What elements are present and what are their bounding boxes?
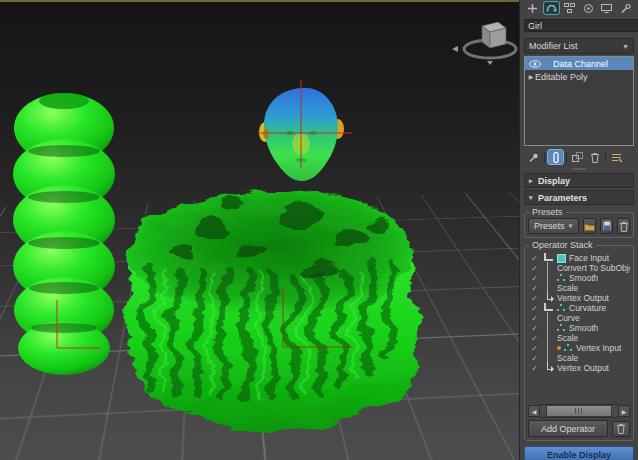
scrollbar-thumb[interactable] [546,405,612,417]
operator-row[interactable]: ✓Curvature [530,303,630,313]
modifier-label: Editable Poly [535,72,588,82]
check-icon[interactable]: ✓ [530,274,539,283]
check-icon[interactable]: ✓ [530,364,539,373]
plus-icon [527,3,538,14]
utilities-wrench-icon [620,3,631,14]
operator-row[interactable]: ✓Vertex Output [530,363,630,373]
check-icon[interactable]: ✓ [530,284,539,293]
delete-preset-button[interactable] [617,218,630,234]
operator-row[interactable]: ✓Curve [530,313,630,323]
connector-line-icon [543,263,554,273]
motion-wheel-icon [583,3,594,14]
trash-icon [616,423,626,434]
orange-dot-icon [557,346,561,350]
display-monitor-icon [601,3,612,14]
pin-stack-button[interactable] [526,150,541,164]
operator-row[interactable]: ✓Face Input [530,253,630,263]
operator-label: Scale [557,283,578,293]
operator-row[interactable]: ✓Vertex Input [530,343,630,353]
scrollbar-track[interactable] [540,404,618,418]
operator-row[interactable]: ✓Scale [530,333,630,343]
modifier-row-data-channel[interactable]: Data Channel [525,57,633,70]
subobject-dots-icon [557,304,566,312]
expand-arrow-icon[interactable]: ▶ [527,73,535,80]
operator-scrollbar[interactable]: ◀ ▶ [528,405,630,417]
operator-row[interactable]: ✓Vertex Output [530,293,630,303]
operator-label: Face Input [569,253,609,263]
check-icon[interactable]: ✓ [530,264,539,273]
check-icon[interactable]: ✓ [530,254,539,263]
rollout-parameters[interactable]: ▾ Parameters [524,190,634,205]
modifier-list-dropdown[interactable]: Modifier List ▼ [524,38,634,54]
command-panel: Modifier List ▼ Data Channel ▶ Editable … [519,0,638,460]
enable-display-button[interactable]: Enable Display [524,446,634,460]
modifier-row-editable-poly[interactable]: ▶ Editable Poly [525,70,633,83]
viewcube-down-arrow[interactable] [487,61,493,65]
face-channel-icon [557,254,566,263]
check-icon[interactable]: ✓ [530,304,539,313]
connector-line-icon [543,333,554,343]
check-icon[interactable]: ✓ [530,294,539,303]
make-unique-button[interactable] [570,150,585,164]
save-preset-button[interactable] [600,218,613,234]
operator-list: ✓Face Input✓Convert To SubObject T✓Smoot… [528,251,630,403]
operator-stack-group: Operator Stack ✓Face Input✓Convert To Su… [524,245,634,441]
trash-icon [619,221,629,232]
scene-canvas [0,2,519,460]
operator-label: Convert To SubObject T [557,263,630,273]
show-end-result-button[interactable] [548,150,563,164]
eye-icon[interactable] [527,60,543,68]
rollout-label: Display [538,176,570,186]
noise-cylinder-object[interactable] [129,190,418,431]
tab-modify[interactable] [544,2,559,14]
tab-motion[interactable] [581,2,596,14]
viewcube-left-arrow[interactable] [452,46,458,52]
operator-label: Curve [557,313,580,323]
viewcube[interactable] [452,22,516,65]
folder-icon [584,222,595,231]
operator-row[interactable]: ✓Smooth [530,323,630,333]
check-icon[interactable]: ✓ [530,334,539,343]
perspective-viewport[interactable] [0,0,519,460]
modifier-stack: Data Channel ▶ Editable Poly [524,56,634,146]
subobject-dots-icon [564,344,573,352]
operator-row[interactable]: ✓Smooth [530,273,630,283]
scroll-right-arrow-icon[interactable]: ▶ [618,405,630,417]
configure-modifier-sets-button[interactable] [609,150,624,164]
tab-hierarchy[interactable] [562,2,577,14]
scroll-left-arrow-icon[interactable]: ◀ [528,405,540,417]
connector-line-icon [543,273,554,283]
save-floppy-icon [602,221,612,231]
tab-create[interactable] [525,2,540,14]
connector-corner-icon [543,253,554,263]
rollout-display[interactable]: ▸ Display [524,173,634,188]
operator-row[interactable]: ✓Convert To SubObject T [530,263,630,273]
chevron-down-icon: ▼ [622,43,629,50]
torus-stack-object[interactable] [13,93,115,375]
remove-modifier-button[interactable] [587,150,602,164]
presets-button-label: Presets [534,221,565,231]
tab-display[interactable] [599,2,614,14]
presets-group-label: Presets [529,207,566,217]
operator-stack-group-label: Operator Stack [529,240,596,250]
add-operator-button[interactable]: Add Operator [528,420,608,437]
check-icon[interactable]: ✓ [530,354,539,363]
check-icon[interactable]: ✓ [530,344,539,353]
pin-icon [528,152,539,163]
operator-row[interactable]: ✓Scale [530,283,630,293]
make-unique-icon [572,152,583,163]
operator-label: Curvature [569,303,606,313]
check-icon[interactable]: ✓ [530,314,539,323]
presets-dropdown-button[interactable]: Presets ▼ [528,218,579,234]
operator-row[interactable]: ✓Scale [530,353,630,363]
tab-utilities[interactable] [618,2,633,14]
show-end-result-icon [552,152,560,163]
command-panel-tabs [520,0,638,15]
delete-operator-button[interactable] [612,421,630,437]
check-icon[interactable]: ✓ [530,324,539,333]
panel-splitter-handle[interactable] [520,166,638,171]
object-name-input[interactable] [524,19,638,32]
load-preset-button[interactable] [583,218,596,234]
configure-sets-icon [611,152,622,163]
operator-label: Vertex Output [557,293,609,303]
